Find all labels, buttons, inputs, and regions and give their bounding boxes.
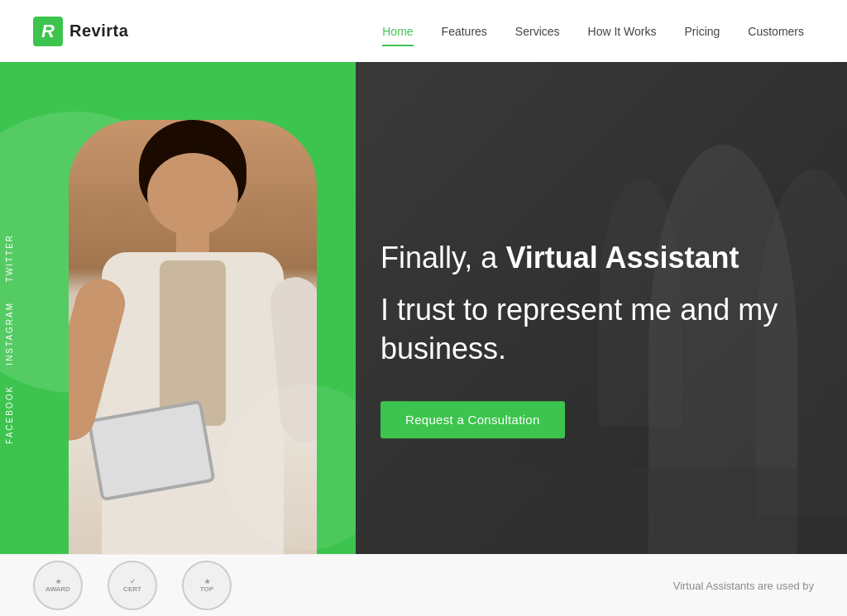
logo[interactable]: R Revirta (33, 17, 128, 46)
nav-links: Home Features Services How It Works Pric… (372, 24, 814, 39)
hero-headline-bold: Virtual Assistant (505, 241, 739, 275)
person-face (147, 153, 238, 236)
bottom-strip: ★AWARD ✓CERT ★TOP Virtual Assistants are… (0, 554, 847, 616)
nav-link-pricing[interactable]: Pricing (675, 18, 730, 45)
hero-headline-prefix: Finally, a (380, 241, 505, 275)
person-body-base (69, 120, 317, 616)
nav-item-how-it-works[interactable]: How It Works (578, 24, 667, 39)
social-facebook[interactable]: Facebook (0, 375, 19, 454)
person-figure (44, 103, 342, 616)
nav-link-home[interactable]: Home (372, 18, 423, 45)
hero-subheadline: I trust to represent me and my business. (380, 291, 811, 369)
badge-2: ✓CERT (108, 561, 157, 610)
nav-item-pricing[interactable]: Pricing (675, 24, 730, 39)
hero-left-panel (0, 62, 356, 616)
social-instagram[interactable]: Instagram (0, 292, 19, 375)
badge-1: ★AWARD (33, 561, 83, 610)
cta-button[interactable]: Request a Consultation (380, 402, 565, 439)
badge-3: ★TOP (182, 561, 232, 610)
social-sidebar: Twitter Instagram Facebook (0, 224, 19, 454)
nav-item-services[interactable]: Services (505, 24, 570, 39)
hero-section: Finally, a Virtual Assistant I trust to … (0, 62, 847, 616)
nav-arrows: ‹ › (763, 573, 822, 599)
logo-icon: R (33, 17, 63, 46)
nav-item-customers[interactable]: Customers (738, 24, 814, 39)
nav-link-services[interactable]: Services (505, 18, 570, 45)
person-right-arm (268, 275, 317, 444)
nav-link-how-it-works[interactable]: How It Works (578, 18, 667, 45)
nav-link-customers[interactable]: Customers (738, 18, 814, 45)
brand-name: Revirta (69, 21, 128, 41)
hero-person (0, 87, 356, 616)
social-twitter[interactable]: Twitter (0, 224, 19, 292)
bottom-badges: ★AWARD ✓CERT ★TOP (33, 561, 232, 610)
navbar: R Revirta Home Features Services How It … (0, 0, 847, 62)
hero-content: Finally, a Virtual Assistant I trust to … (380, 239, 811, 438)
hero-headline: Finally, a Virtual Assistant (380, 239, 811, 278)
nav-item-features[interactable]: Features (432, 24, 497, 39)
nav-link-features[interactable]: Features (432, 18, 497, 45)
bg-table (356, 467, 847, 566)
nav-item-home[interactable]: Home (372, 24, 423, 39)
next-arrow[interactable]: › (796, 573, 822, 599)
prev-arrow[interactable]: ‹ (763, 573, 789, 599)
